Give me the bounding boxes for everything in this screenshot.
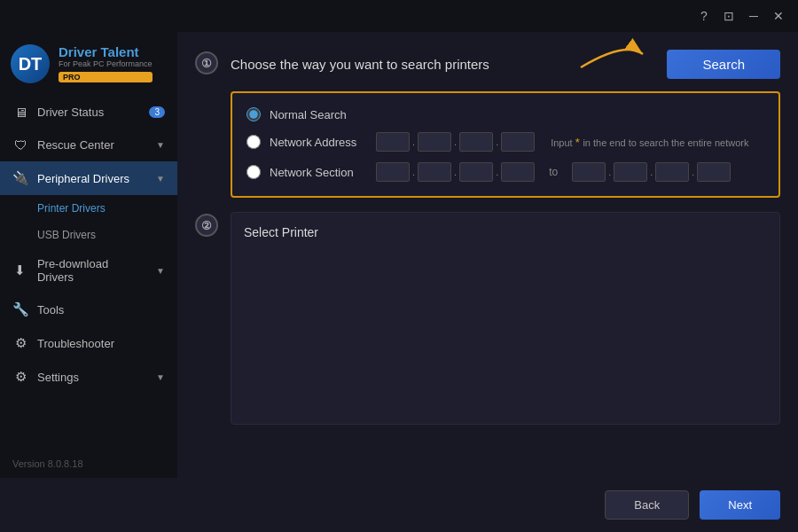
network-section-to-fields: . . .	[572, 162, 731, 182]
troubleshoot-icon: ⚙	[12, 335, 28, 351]
chevron-down-icon: ▼	[156, 266, 165, 276]
chevron-down-icon: ▼	[156, 140, 165, 150]
plug-icon: 🔌	[12, 170, 28, 186]
monitor-icon: 🖥	[12, 105, 28, 120]
close-button[interactable]: ✕	[766, 4, 791, 28]
chevron-down-icon: ▼	[156, 372, 165, 382]
section-from-1[interactable]	[376, 162, 410, 182]
sidebar-item-troubleshooter[interactable]: ⚙ Troubleshooter	[0, 326, 177, 360]
step1-title: Choose the way you want to search printe…	[231, 57, 489, 72]
sidebar-item-tools[interactable]: 🔧 Tools	[0, 293, 177, 326]
title-bar: ? ⊡ ─ ✕	[0, 0, 798, 32]
sidebar-item-pre-download-drivers[interactable]: ⬇ Pre-download Drivers ▼	[0, 248, 177, 293]
radio-normal-search[interactable]	[246, 107, 261, 121]
search-button[interactable]: Search	[667, 50, 780, 79]
step1-header: Choose the way you want to search printe…	[231, 50, 780, 79]
section-to-4[interactable]	[697, 162, 731, 182]
step2-number: ②	[201, 219, 212, 232]
version-label: Version 8.0.8.18	[0, 450, 177, 478]
badge: 3	[149, 106, 165, 118]
sidebar-subitem-usb-drivers[interactable]: USB Drivers	[0, 222, 177, 248]
ip-sep: .	[454, 137, 457, 147]
help-button[interactable]: ?	[692, 4, 716, 28]
radio-network-section[interactable]	[246, 165, 261, 179]
ip-field-4[interactable]	[501, 132, 535, 152]
network-address-fields: . . .	[376, 132, 535, 152]
sidebar-subitem-printer-drivers[interactable]: Printer Drivers	[0, 195, 177, 222]
sidebar-item-label: Rescue Center	[37, 138, 114, 152]
next-button[interactable]: Next	[700, 490, 780, 520]
sub-item-label: USB Drivers	[37, 229, 96, 241]
step1-content: Choose the way you want to search printe…	[231, 50, 780, 198]
section-from-2[interactable]	[418, 162, 451, 182]
option-label: Normal Search	[270, 108, 347, 121]
step1-number: ①	[201, 57, 212, 70]
step1-section: ① Choose the way you want to search prin…	[195, 50, 780, 198]
radio-network-address[interactable]	[246, 135, 261, 149]
app-subtitle: For Peak PC Performance	[59, 59, 153, 70]
hint-label2: in the end to search the entire network	[583, 137, 748, 148]
step2-title: Select Printer	[244, 225, 767, 239]
bottom-bar: Back Next	[0, 478, 798, 532]
option-network-address[interactable]: Network Address . . . Input *	[246, 127, 764, 157]
sidebar-item-rescue-center[interactable]: 🛡 Rescue Center ▼	[0, 129, 177, 161]
to-label: to	[549, 166, 558, 178]
section-to-2[interactable]	[614, 162, 647, 182]
ip-sep: .	[412, 137, 415, 147]
sidebar-item-peripheral-drivers[interactable]: 🔌 Peripheral Drivers ▼	[0, 161, 177, 195]
sidebar-item-label: Driver Status	[37, 106, 104, 119]
section-to-3[interactable]	[655, 162, 689, 182]
gear-icon: ⚙	[12, 369, 28, 385]
option-label: Network Section	[270, 166, 367, 179]
option-label: Network Address	[270, 136, 367, 149]
main-content: ① Choose the way you want to search prin…	[177, 32, 798, 478]
section-from-4[interactable]	[501, 162, 535, 182]
logo-area: DT Driver Talent For Peak PC Performance…	[0, 32, 177, 96]
ip-field-2[interactable]	[418, 132, 451, 152]
sub-item-label: Printer Drivers	[37, 202, 106, 215]
back-button[interactable]: Back	[605, 490, 689, 520]
app-title: Driver Talent	[59, 45, 153, 60]
sidebar-item-label: Peripheral Drivers	[37, 172, 129, 185]
hint-label: Input	[551, 137, 572, 148]
download-icon: ⬇	[12, 262, 28, 278]
media-button[interactable]: ⊡	[716, 4, 741, 28]
ip-field-1[interactable]	[376, 132, 410, 152]
logo-text: Driver Talent For Peak PC Performance PR…	[59, 45, 153, 82]
ip-sep: .	[496, 137, 498, 147]
sidebar-item-settings[interactable]: ⚙ Settings ▼	[0, 360, 177, 394]
section-from-3[interactable]	[459, 162, 493, 182]
step2-section: ② Select Printer	[195, 212, 780, 460]
logo-icon: DT	[11, 44, 50, 83]
minimize-button[interactable]: ─	[741, 4, 766, 28]
sidebar-item-label: Tools	[37, 303, 64, 317]
step1-circle: ①	[195, 51, 218, 74]
ip-sep: .	[608, 167, 611, 177]
ip-sep: .	[412, 167, 415, 177]
ip-sep: .	[650, 167, 653, 177]
sidebar: DT Driver Talent For Peak PC Performance…	[0, 32, 177, 478]
arrow-hint-svg	[572, 32, 652, 72]
ip-sep: .	[454, 167, 457, 177]
options-box: Normal Search Network Address . . .	[231, 91, 780, 198]
ip-sep: .	[692, 167, 694, 177]
step2-circle: ②	[195, 214, 218, 237]
ip-field-3[interactable]	[459, 132, 493, 152]
step2-content: Select Printer	[231, 212, 780, 425]
network-section-from-fields: . . .	[376, 162, 535, 182]
sidebar-item-label: Troubleshooter	[37, 337, 114, 350]
sidebar-item-label: Pre-download Drivers	[37, 257, 147, 284]
pro-badge: PRO	[59, 72, 153, 82]
chevron-down-icon: ▼	[156, 174, 165, 184]
option-network-section[interactable]: Network Section . . . to	[246, 157, 764, 187]
sidebar-item-driver-status[interactable]: 🖥 Driver Status 3	[0, 96, 177, 129]
ip-sep: .	[496, 167, 498, 177]
section-to-1[interactable]	[572, 162, 606, 182]
option-normal-search[interactable]: Normal Search	[246, 102, 764, 127]
tools-icon: 🔧	[12, 301, 28, 317]
hint-text: Input * in the end to search the entire …	[551, 136, 748, 149]
sidebar-item-label: Settings	[37, 371, 79, 384]
shield-icon: 🛡	[12, 137, 28, 153]
